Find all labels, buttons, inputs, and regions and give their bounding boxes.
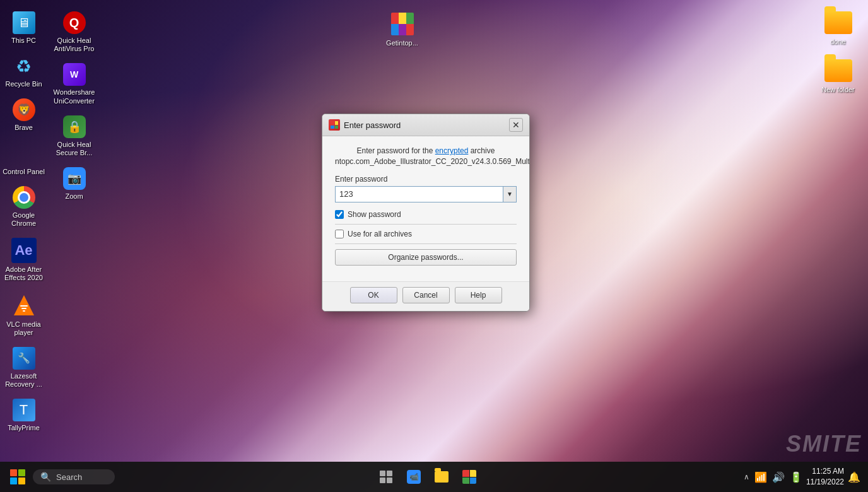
modal-password-dropdown[interactable]: ▼ [503, 186, 517, 202]
modal-use-archives-row: Use for all archives [335, 230, 517, 238]
show-password-label[interactable]: Show password [348, 210, 401, 219]
modal-close-button[interactable]: ✕ [509, 118, 523, 132]
modal-ok-button[interactable]: OK [350, 287, 397, 303]
use-archives-checkbox[interactable] [335, 230, 344, 238]
modal-desc-line1-suffix: archive [468, 146, 495, 155]
modal-body: Enter password for the encrypted archive… [322, 136, 529, 281]
modal-separator-1 [335, 224, 517, 225]
show-password-checkbox[interactable] [335, 210, 344, 219]
modal-input-row: ▼ [335, 186, 517, 202]
organize-passwords-button[interactable]: Organize passwords... [335, 249, 517, 266]
modal-title-text: Enter password [344, 120, 401, 130]
modal-help-button[interactable]: Help [455, 287, 502, 303]
modal-archive-name: ntopc.com_Adobe_Illustrator_CC_2020_v24.… [335, 157, 530, 166]
modal-separator-2 [335, 243, 517, 244]
use-archives-label[interactable]: Use for all archives [348, 230, 412, 238]
modal-show-password-row: Show password [335, 210, 517, 219]
enter-password-dialog: Enter password ✕ Enter password for the … [322, 114, 530, 312]
winrar-title-icon [329, 119, 340, 131]
modal-desc-line1-prefix: Enter password for the [357, 146, 435, 155]
modal-titlebar: Enter password ✕ [322, 114, 529, 136]
modal-description: Enter password for the encrypted archive… [335, 146, 517, 167]
modal-cancel-button[interactable]: Cancel [402, 287, 450, 303]
modal-encrypted-link[interactable]: encrypted [435, 146, 469, 155]
modal-overlay: Enter password ✕ Enter password for the … [0, 0, 868, 492]
modal-password-input[interactable] [335, 186, 503, 202]
modal-footer: OK Cancel Help [322, 281, 529, 311]
modal-password-field-label: Enter password [335, 175, 517, 184]
modal-title-area: Enter password [329, 119, 401, 131]
